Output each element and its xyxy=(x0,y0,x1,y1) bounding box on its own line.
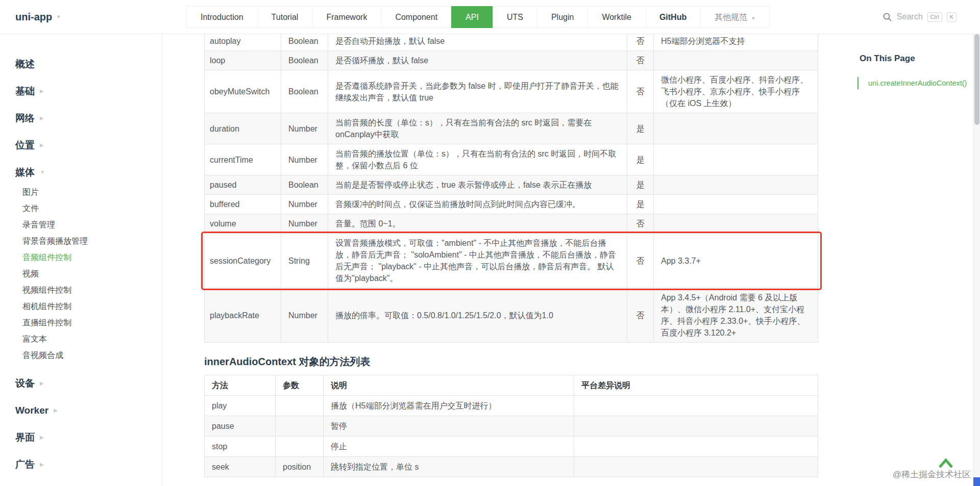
sidebar-item-item-4-3[interactable]: 背景音频播放管理 xyxy=(0,233,162,249)
sidebar-item-item-2[interactable]: 网络▶ xyxy=(15,111,162,125)
nav-item-api[interactable]: API xyxy=(451,6,493,28)
sidebar: 概述基础▶网络▶位置▶媒体▼图片文件录音管理背景音频播放管理音频组件控制视频视频… xyxy=(0,34,162,486)
nav-item-label: Component xyxy=(395,13,437,21)
on-this-page-panel: On This Page uni.createInnerAudioContext… xyxy=(857,54,978,89)
row-duration: durationNumber当前音频的长度（单位：s），只有在当前有合法的 sr… xyxy=(205,113,818,144)
toc-link-unicreateinneraudiocontext[interactable]: uni.createInnerAudioContext() xyxy=(857,77,978,89)
chevron-right-icon: ▶ xyxy=(54,403,58,418)
row-autoplay: autoplayBoolean是否自动开始播放，默认 false否H5端部分浏览… xyxy=(205,32,818,51)
row-seek: seekposition跳转到指定位置，单位 s xyxy=(205,457,818,477)
chevron-right-icon: ▶ xyxy=(40,111,44,125)
cell-required: 否 xyxy=(627,214,654,234)
cell-desc: 是否循环播放，默认 false xyxy=(328,51,627,70)
nav-item-plugin[interactable]: Plugin xyxy=(537,6,588,28)
cell-platform xyxy=(654,51,818,70)
cell-name: obeyMuteSwitch xyxy=(205,70,281,113)
sidebar-item-worker[interactable]: Worker▶ xyxy=(15,403,162,418)
nav-item-framework[interactable]: Framework xyxy=(312,6,381,28)
chevron-right-icon: ▶ xyxy=(40,138,44,152)
nav-item-label: Introduction xyxy=(201,13,243,21)
row-loop: loopBoolean是否循环播放，默认 false否 xyxy=(205,51,818,70)
sidebar-item-item-0[interactable]: 概述 xyxy=(15,57,162,71)
shortcut-key-k: K xyxy=(947,12,957,22)
sidebar-item-item-4-4[interactable]: 音频组件控制 xyxy=(0,249,162,266)
sidebar-item-label: Worker xyxy=(15,403,48,418)
primary-nav: IntroductionTutorialFrameworkComponentAP… xyxy=(187,6,770,28)
cell-desc: 当前是是否暂停或停止状态，true 表示暂停或停止，false 表示正在播放 xyxy=(328,175,627,195)
sidebar-item-item-4[interactable]: 媒体▼ xyxy=(15,165,162,180)
cell-desc: 设置音频播放模式，可取值："ambient" - 不中止其他声音播放，不能后台播… xyxy=(328,234,627,288)
search-icon xyxy=(883,12,892,22)
scrollbar-bottom-marker xyxy=(973,477,980,486)
cell-desc: 是否自动开始播放，默认 false xyxy=(328,32,627,51)
chevron-down-icon: ▼ xyxy=(751,16,755,21)
cell-type: String xyxy=(281,234,328,288)
scrollbar-thumb[interactable] xyxy=(974,34,979,125)
cell-required: 是 xyxy=(627,113,654,144)
cell-required: 是 xyxy=(627,175,654,195)
sidebar-item-item-1[interactable]: 基础▶ xyxy=(15,84,162,98)
row-play: play播放（H5端部分浏览器需在用户交互时进行） xyxy=(205,396,818,416)
methods-heading: innerAudioContext 对象的方法列表 xyxy=(204,355,822,369)
app-logo-text: uni-app xyxy=(15,11,52,23)
nav-item-label: GitHub xyxy=(659,13,687,21)
sidebar-item-item-5[interactable]: 设备▶ xyxy=(15,376,162,391)
cell-name: loop xyxy=(205,51,281,70)
cell-desc: 播放（H5端部分浏览器需在用户交互时进行） xyxy=(324,396,574,416)
cell-platform xyxy=(654,195,818,214)
cell-platform xyxy=(654,144,818,175)
nav-item-label: UTS xyxy=(507,13,523,21)
cell-platform: App 3.4.5+（Android 需要 6 及以上版本）、微信小程序 2.1… xyxy=(654,288,818,343)
nav-item-component[interactable]: Component xyxy=(381,6,452,28)
nav-item-worktile[interactable]: Worktile xyxy=(587,6,646,28)
cell-platform xyxy=(574,396,818,416)
cell-type: Number xyxy=(281,288,328,343)
cell-name: paused xyxy=(205,175,281,195)
cell-desc: 播放的倍率。可取值：0.5/0.8/1.0/1.25/1.5/2.0，默认值为1… xyxy=(328,288,627,343)
cell-param xyxy=(276,416,324,437)
cell-platform xyxy=(574,437,818,457)
cell-type: Boolean xyxy=(281,70,328,113)
sidebar-item-label: 概述 xyxy=(15,57,35,71)
sidebar-item-label: 位置 xyxy=(15,138,35,152)
sidebar-item-item-4-8[interactable]: 直播组件控制 xyxy=(0,315,162,331)
nav-item-tutorial[interactable]: Tutorial xyxy=(257,6,313,28)
nav-item-github[interactable]: GitHub xyxy=(645,6,701,28)
nav-item-uts[interactable]: UTS xyxy=(493,6,537,28)
sidebar-item-item-4-9[interactable]: 富文本 xyxy=(0,331,162,347)
sidebar-item-label: 界面 xyxy=(15,430,35,445)
cell-name: currentTime xyxy=(205,144,281,175)
sidebar-item-item-3[interactable]: 位置▶ xyxy=(15,138,162,152)
cell-param xyxy=(276,437,324,457)
sidebar-item-label: 媒体 xyxy=(15,165,35,180)
cell-platform xyxy=(574,457,818,477)
cell-name: playbackRate xyxy=(205,288,281,343)
cell-platform: H5端部分浏览器不支持 xyxy=(654,32,818,51)
sidebar-item-item-7[interactable]: 界面▶ xyxy=(15,430,162,445)
cell-desc: 当前音频的播放位置（单位：s），只有在当前有合法的 src 时返回，时间不取整，… xyxy=(328,144,627,175)
row-sessionCategory: sessionCategoryString设置音频播放模式，可取值："ambie… xyxy=(205,234,818,288)
cell-name: buffered xyxy=(205,195,281,214)
cell-desc: 跳转到指定位置，单位 s xyxy=(324,457,574,477)
app-logo[interactable]: uni-app ▼ xyxy=(15,0,61,34)
sidebar-item-item-4-6[interactable]: 视频组件控制 xyxy=(0,282,162,298)
sidebar-item-item-4-10[interactable]: 音视频合成 xyxy=(0,347,162,364)
cell-required: 是 xyxy=(627,195,654,214)
nav-item-introduction[interactable]: Introduction xyxy=(186,6,258,28)
row-buffered: bufferedNumber音频缓冲的时间点，仅保证当前播放时间点到此时间点内容… xyxy=(205,195,818,214)
col-header-platform: 平台差异说明 xyxy=(574,375,818,396)
cell-type: Number xyxy=(281,113,328,144)
sidebar-item-item-4-5[interactable]: 视频 xyxy=(0,266,162,282)
search-box[interactable]: Search Ctrl K xyxy=(883,0,957,34)
sidebar-item-item-4-2[interactable]: 录音管理 xyxy=(0,217,162,233)
cell-name: autoplay xyxy=(205,32,281,51)
nav-item-item-9[interactable]: 其他规范▼ xyxy=(700,6,770,28)
nav-item-label: Worktile xyxy=(602,13,631,21)
sidebar-item-item-4-1[interactable]: 文件 xyxy=(0,200,162,217)
row-playbackRate: playbackRateNumber播放的倍率。可取值：0.5/0.8/1.0/… xyxy=(205,288,818,343)
sidebar-item-item-4-7[interactable]: 相机组件控制 xyxy=(0,298,162,315)
sidebar-item-item-4-0[interactable]: 图片 xyxy=(0,184,162,200)
row-pause: pause暂停 xyxy=(205,416,818,437)
sidebar-item-item-8[interactable]: 广告▶ xyxy=(15,457,162,472)
scrollbar[interactable] xyxy=(973,0,980,486)
